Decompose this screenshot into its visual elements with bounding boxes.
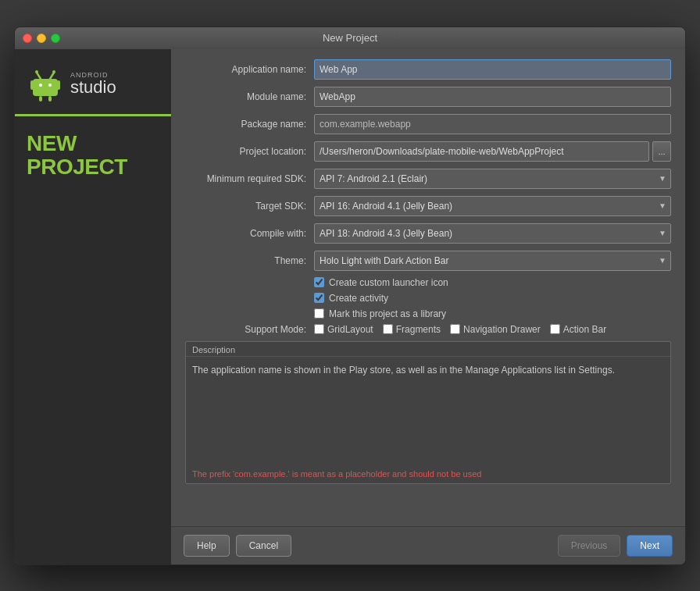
main-window: New Project <box>14 27 686 565</box>
mark-library-checkbox[interactable] <box>314 308 324 319</box>
support-option-gridlayout: GridLayout <box>314 324 373 335</box>
action-bar-label[interactable]: Action Bar <box>563 324 606 335</box>
svg-point-2 <box>48 84 52 87</box>
project-location-label: Project location: <box>185 146 314 157</box>
nav-drawer-checkbox[interactable] <box>450 324 460 334</box>
svg-point-9 <box>35 70 38 73</box>
description-warning: The prefix 'com.example.' is meant as a … <box>186 466 670 483</box>
compile-with-label: Compile with: <box>185 228 314 239</box>
support-mode-label: Support Mode: <box>185 324 314 335</box>
browse-button[interactable]: ... <box>652 141 671 162</box>
target-sdk-select-wrapper: API 16: Android 4.1 (Jelly Bean) ▼ <box>314 196 671 216</box>
sidebar-logo: ANDROID studio <box>15 49 171 114</box>
min-sdk-row: Minimum required SDK: API 7: Android 2.1… <box>185 168 671 190</box>
compile-with-row: Compile with: API 18: Android 4.3 (Jelly… <box>185 223 671 244</box>
next-button[interactable]: Next <box>627 535 673 557</box>
cancel-button[interactable]: Cancel <box>236 535 291 557</box>
theme-select[interactable]: Holo Light with Dark Action Bar <box>314 251 671 271</box>
sidebar-project-title: NEWPROJECT <box>15 116 171 188</box>
svg-rect-4 <box>57 80 60 90</box>
title-bar: New Project <box>15 27 685 49</box>
support-option-nav-drawer: Navigation Drawer <box>450 324 541 335</box>
fragments-label[interactable]: Fragments <box>396 324 441 335</box>
mark-library-row: Mark this project as a library <box>185 308 671 319</box>
sidebar: ANDROID studio NEWPROJECT <box>15 49 171 564</box>
bottom-left-buttons: Help Cancel <box>184 535 291 557</box>
create-activity-row: Create activity <box>185 293 671 304</box>
support-option-fragments: Fragments <box>383 324 441 335</box>
description-title: Description <box>186 342 670 357</box>
mark-library-label[interactable]: Mark this project as a library <box>329 308 446 319</box>
svg-rect-5 <box>39 96 42 101</box>
module-name-row: Module name: <box>185 86 671 108</box>
create-launcher-icon-label[interactable]: Create custom launcher icon <box>329 277 448 288</box>
svg-rect-0 <box>33 79 58 96</box>
fragments-checkbox[interactable] <box>383 324 393 334</box>
module-name-label: Module name: <box>185 91 314 102</box>
svg-rect-3 <box>30 80 34 90</box>
bottom-right-buttons: Previous Next <box>558 535 673 557</box>
module-name-input[interactable] <box>314 87 671 107</box>
create-launcher-icon-checkbox[interactable] <box>314 277 324 287</box>
min-sdk-label: Minimum required SDK: <box>185 173 314 184</box>
studio-label: studio <box>70 79 116 96</box>
form-area: Application name: Module name: Package n… <box>171 49 685 526</box>
bottom-bar: Help Cancel Previous Next <box>171 526 685 564</box>
action-bar-checkbox[interactable] <box>550 324 560 334</box>
svg-line-8 <box>50 73 54 79</box>
help-button[interactable]: Help <box>184 535 230 557</box>
gridlayout-label[interactable]: GridLayout <box>327 324 373 335</box>
window-title: New Project <box>323 32 377 44</box>
close-button[interactable] <box>23 34 32 43</box>
traffic-lights <box>23 34 60 43</box>
svg-point-10 <box>52 70 55 73</box>
support-mode-row: Support Mode: GridLayout Fragments Na <box>185 324 671 335</box>
compile-with-select-wrapper: API 18: Android 4.3 (Jelly Bean) ▼ <box>314 223 671 244</box>
theme-label: Theme: <box>185 255 314 266</box>
project-location-input[interactable] <box>314 141 649 162</box>
min-sdk-select-wrapper: API 7: Android 2.1 (Eclair) ▼ <box>314 169 671 189</box>
description-section: Description The application name is show… <box>185 341 671 484</box>
minimize-button[interactable] <box>37 34 46 43</box>
support-options: GridLayout Fragments Navigation Drawer <box>314 324 606 335</box>
project-location-row: Project location: ... <box>185 141 671 162</box>
svg-line-7 <box>37 73 41 79</box>
android-robot-icon <box>27 65 64 102</box>
support-option-action-bar: Action Bar <box>550 324 606 335</box>
description-content: The application name is shown in the Pla… <box>186 357 670 466</box>
project-location-field: ... <box>314 141 671 162</box>
target-sdk-row: Target SDK: API 16: Android 4.1 (Jelly B… <box>185 195 671 217</box>
compile-with-select[interactable]: API 18: Android 4.3 (Jelly Bean) <box>314 223 671 244</box>
previous-button[interactable]: Previous <box>558 535 621 557</box>
svg-point-1 <box>39 84 42 87</box>
gridlayout-checkbox[interactable] <box>314 324 324 334</box>
main-panel: Application name: Module name: Package n… <box>171 49 685 564</box>
studio-text: ANDROID studio <box>70 71 116 96</box>
app-name-input[interactable] <box>314 59 671 80</box>
app-name-row: Application name: <box>185 59 671 80</box>
svg-rect-6 <box>48 96 52 101</box>
nav-drawer-label[interactable]: Navigation Drawer <box>463 324 541 335</box>
theme-select-wrapper: Holo Light with Dark Action Bar ▼ <box>314 251 671 271</box>
package-name-row: Package name: <box>185 113 671 135</box>
min-sdk-select[interactable]: API 7: Android 2.1 (Eclair) <box>314 169 671 189</box>
create-activity-label[interactable]: Create activity <box>329 293 388 304</box>
description-box: Description The application name is show… <box>185 341 671 484</box>
create-activity-checkbox[interactable] <box>314 293 324 303</box>
app-name-label: Application name: <box>185 64 314 75</box>
create-launcher-icon-row: Create custom launcher icon <box>185 277 671 288</box>
theme-row: Theme: Holo Light with Dark Action Bar ▼ <box>185 250 671 272</box>
package-name-label: Package name: <box>185 119 314 130</box>
target-sdk-label: Target SDK: <box>185 201 314 212</box>
target-sdk-select[interactable]: API 16: Android 4.1 (Jelly Bean) <box>314 196 671 216</box>
maximize-button[interactable] <box>51 34 60 43</box>
package-name-input[interactable] <box>314 114 671 134</box>
